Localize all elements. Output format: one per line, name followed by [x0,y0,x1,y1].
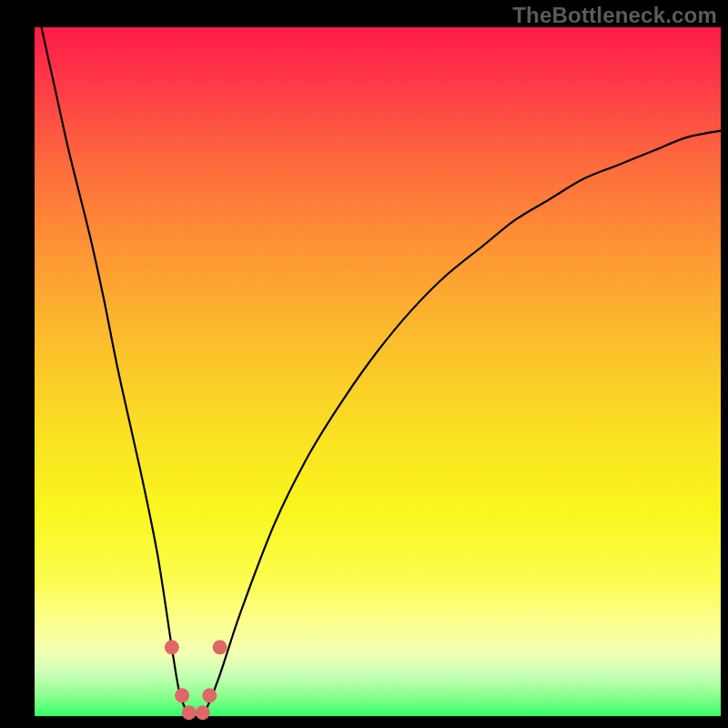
curve-marker [213,640,228,654]
watermark-text: TheBottleneck.com [512,3,717,28]
bottleneck-curve [42,27,721,717]
bottleneck-curve-svg [35,27,721,716]
curve-marker [196,705,210,720]
curve-marker [182,705,197,720]
curve-marker [175,688,189,703]
curve-marker [202,688,217,703]
curve-marker [165,640,179,654]
chart-frame: TheBottleneck.com [0,0,728,728]
